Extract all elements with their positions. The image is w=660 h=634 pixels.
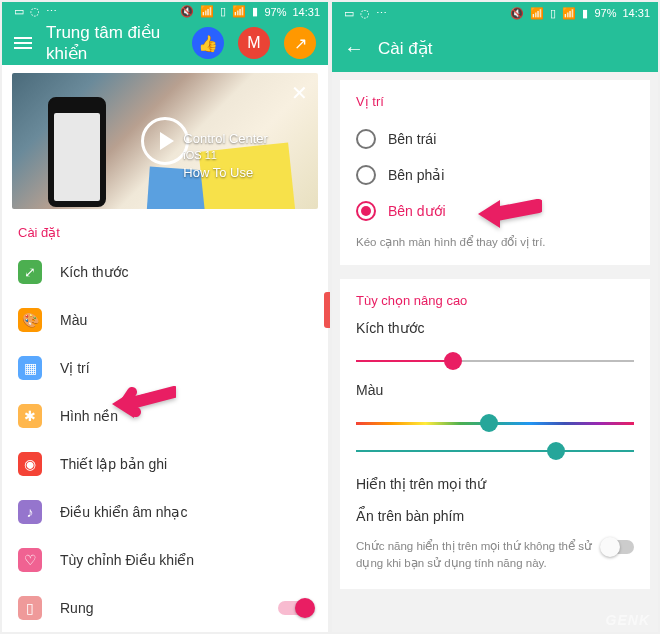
- signal-icon: 📶: [562, 7, 576, 20]
- vibrate-toggle[interactable]: [278, 601, 312, 615]
- battery-pct: 97%: [594, 7, 616, 19]
- mute-icon: 🔇: [510, 7, 524, 20]
- share-button[interactable]: ↗: [284, 27, 316, 59]
- position-hint: Kéo cạnh màn hình để thay đổi vị trí.: [356, 235, 634, 249]
- wifi-icon: 📶: [530, 7, 544, 20]
- advanced-card: Tùy chọn nâng cao Kích thước Màu Hiển th…: [340, 279, 650, 589]
- video-preview[interactable]: ✕ Control Center iOS 11 How To Use: [12, 73, 318, 209]
- hue-slider[interactable]: [356, 412, 634, 434]
- section-title: Cài đặt: [2, 219, 328, 248]
- item-label: Rung: [60, 600, 93, 616]
- back-icon[interactable]: ←: [344, 37, 364, 60]
- clock: 14:31: [292, 6, 320, 18]
- palette-icon: 🎨: [18, 308, 42, 332]
- battery-icon: ▮: [252, 5, 258, 18]
- radio-label: Bên dưới: [388, 203, 446, 219]
- item-label: Thiết lập bản ghi: [60, 456, 167, 472]
- grid-icon: ▦: [18, 356, 42, 380]
- list-item-vibrate[interactable]: ▯Rung: [2, 584, 328, 632]
- wifi-icon: 📶: [200, 5, 214, 18]
- status-bar: ▭ ◌ ⋯ 🔇 📶 ▯ 📶 ▮ 97% 14:31: [2, 2, 328, 22]
- sim-icon: ▯: [550, 7, 556, 20]
- app-title: Trung tâm điều khiển: [46, 22, 178, 64]
- position-card: Vị trí Bên trái Bên phải Bên dưới Kéo cạ…: [340, 80, 650, 265]
- radio-icon: [356, 201, 376, 221]
- card-title: Vị trí: [356, 94, 634, 109]
- mute-icon: 🔇: [180, 5, 194, 18]
- record-icon: ◉: [18, 452, 42, 476]
- radio-icon: [356, 165, 376, 185]
- music-icon: ♪: [18, 500, 42, 524]
- item-label: Hình nền: [60, 408, 118, 424]
- sim-icon: ▯: [220, 5, 226, 18]
- messenger-icon: ◌: [360, 7, 370, 20]
- gmail-button[interactable]: M: [238, 27, 270, 59]
- battery-icon: ▮: [582, 7, 588, 20]
- size-slider[interactable]: [356, 350, 634, 372]
- radio-label: Bên phải: [388, 167, 444, 183]
- list-item-customize[interactable]: ♡Tùy chỉnh Điều khiển: [2, 536, 328, 584]
- watermark: GENK: [606, 612, 650, 628]
- messenger-icon: ◌: [30, 5, 40, 18]
- signal-icon: 📶: [232, 5, 246, 18]
- item-label: Kích thước: [60, 264, 129, 280]
- settings-list: ⤢Kích thước 🎨Màu ▦Vị trí ✱Hình nền ◉Thiế…: [2, 248, 328, 632]
- item-label: Màu: [60, 312, 87, 328]
- app-title: Cài đặt: [378, 38, 646, 59]
- list-item-color[interactable]: 🎨Màu: [2, 296, 328, 344]
- size-label: Kích thước: [356, 320, 634, 336]
- clock: 14:31: [622, 7, 650, 19]
- chat-icon: ▭: [14, 5, 24, 18]
- msg-icon: ⋯: [46, 5, 57, 18]
- close-icon[interactable]: ✕: [291, 81, 308, 105]
- list-item-wallpaper[interactable]: ✱Hình nền: [2, 392, 328, 440]
- expand-icon: ⤢: [18, 260, 42, 284]
- radio-right[interactable]: Bên phải: [356, 157, 634, 193]
- list-item-music[interactable]: ♪Điều khiển âm nhạc: [2, 488, 328, 536]
- chat-icon: ▭: [344, 7, 354, 20]
- video-title-3: How To Use: [183, 164, 268, 182]
- edge-indicator: [324, 292, 330, 328]
- list-item-size[interactable]: ⤢Kích thước: [2, 248, 328, 296]
- hide-keyboard-desc: Chức năng hiển thị trên mọi thứ không th…: [356, 538, 634, 573]
- play-icon[interactable]: [141, 117, 189, 165]
- card-title: Tùy chọn nâng cao: [356, 293, 634, 308]
- overlay-row[interactable]: Hiển thị trên mọi thứ: [356, 468, 634, 500]
- image-icon: ✱: [18, 404, 42, 428]
- item-label: Tùy chỉnh Điều khiển: [60, 552, 194, 568]
- menu-icon[interactable]: [14, 37, 32, 49]
- like-button[interactable]: 👍: [192, 27, 224, 59]
- shade-slider[interactable]: [356, 440, 634, 462]
- app-bar: Trung tâm điều khiển 👍 M ↗: [2, 22, 328, 65]
- battery-pct: 97%: [264, 6, 286, 18]
- radio-icon: [356, 129, 376, 149]
- vibrate-icon: ▯: [18, 596, 42, 620]
- msg-icon: ⋯: [376, 7, 387, 20]
- radio-left[interactable]: Bên trái: [356, 121, 634, 157]
- hide-keyboard-row[interactable]: Ẩn trên bàn phím: [356, 500, 634, 532]
- video-title-1: Control Center: [183, 130, 268, 148]
- video-title-2: iOS 11: [183, 148, 268, 163]
- list-item-record[interactable]: ◉Thiết lập bản ghi: [2, 440, 328, 488]
- radio-bottom[interactable]: Bên dưới: [356, 193, 634, 229]
- color-label: Màu: [356, 382, 634, 398]
- list-item-position[interactable]: ▦Vị trí: [2, 344, 328, 392]
- heart-icon: ♡: [18, 548, 42, 572]
- hide-keyboard-toggle[interactable]: [602, 540, 634, 554]
- app-bar: ← Cài đặt: [332, 24, 658, 72]
- item-label: Vị trí: [60, 360, 90, 376]
- status-bar: ▭ ◌ ⋯ 🔇 📶 ▯ 📶 ▮ 97% 14:31: [332, 2, 658, 24]
- radio-label: Bên trái: [388, 131, 436, 147]
- item-label: Điều khiển âm nhạc: [60, 504, 187, 520]
